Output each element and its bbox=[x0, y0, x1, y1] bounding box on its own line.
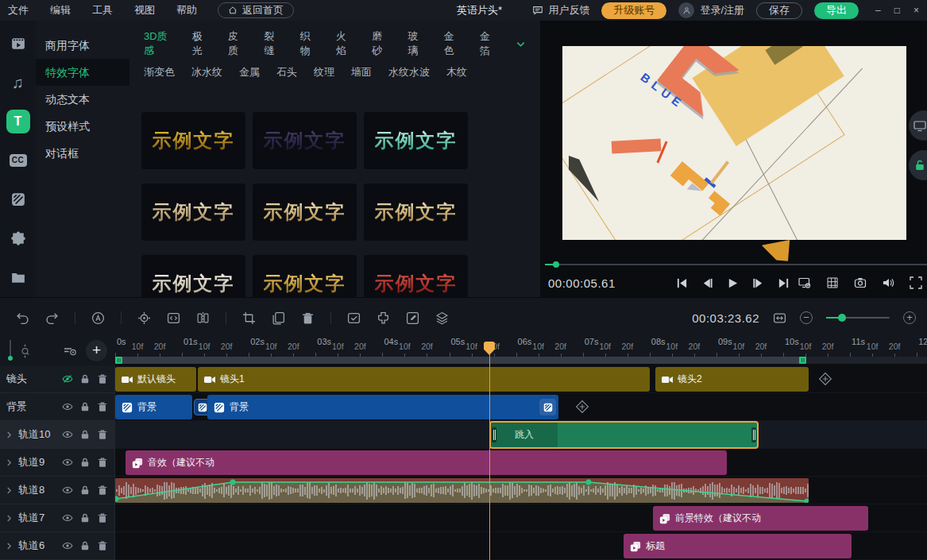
audio-icon[interactable]: ♫ bbox=[0, 63, 36, 102]
track-visibility-toggle[interactable] bbox=[62, 429, 73, 440]
timeline-zoom-slider[interactable] bbox=[826, 317, 890, 319]
track-expand-icon[interactable] bbox=[6, 514, 12, 523]
zoom-scrub-icon[interactable] bbox=[19, 344, 32, 358]
text-style-thumbnail[interactable]: 示例文字 bbox=[253, 255, 357, 297]
text-style-thumbnail[interactable]: 示例文字 bbox=[141, 183, 245, 241]
filter-chip[interactable]: 石头 bbox=[276, 65, 297, 79]
filter-chip[interactable]: 纹理 bbox=[314, 65, 334, 79]
category-item[interactable]: 商用字体 bbox=[36, 32, 129, 59]
track-delete-button[interactable] bbox=[97, 485, 108, 496]
subtitle-icon[interactable]: CC bbox=[0, 141, 36, 180]
playhead[interactable] bbox=[484, 342, 495, 560]
trim-handle-right[interactable] bbox=[751, 427, 756, 442]
filter-chip[interactable]: 金属 bbox=[239, 65, 260, 79]
track-expand-icon[interactable] bbox=[6, 542, 12, 550]
scroll-handle-right[interactable] bbox=[799, 357, 806, 364]
skip-start-button[interactable] bbox=[676, 277, 688, 289]
layers-button[interactable] bbox=[435, 311, 449, 325]
transition-icon[interactable] bbox=[0, 180, 36, 219]
category-item[interactable]: 特效字体 bbox=[36, 59, 129, 86]
clip-camera-default[interactable]: 默认镜头 bbox=[115, 367, 196, 392]
filter-chip[interactable]: 玻璃 bbox=[407, 29, 427, 58]
preview-canvas[interactable]: BLUE bbox=[562, 46, 906, 240]
transition-end-icon[interactable] bbox=[539, 399, 556, 415]
filter-chip[interactable]: 墙面 bbox=[351, 65, 372, 79]
display-settings-icon[interactable] bbox=[798, 276, 811, 289]
track-expand-icon[interactable] bbox=[6, 431, 12, 439]
fit-timeline-button[interactable] bbox=[773, 311, 786, 325]
menu-item[interactable]: 视图 bbox=[134, 3, 155, 17]
split-button[interactable] bbox=[196, 311, 210, 325]
text-style-thumbnail[interactable]: 示例文字 bbox=[364, 255, 468, 297]
zoom-slider-knob[interactable] bbox=[838, 314, 846, 322]
fullscreen-icon[interactable] bbox=[910, 276, 922, 289]
play-button[interactable] bbox=[727, 277, 739, 289]
track-lock-toggle[interactable] bbox=[79, 457, 91, 468]
save-button[interactable]: 保存 bbox=[756, 2, 802, 19]
text-style-thumbnail[interactable]: 示例文字 bbox=[364, 183, 468, 241]
upgrade-account-button[interactable]: 升级账号 bbox=[601, 2, 666, 19]
filter-chip[interactable]: 冰水纹 bbox=[191, 65, 222, 79]
track-delete-button[interactable] bbox=[97, 457, 108, 468]
track-delete-button[interactable] bbox=[97, 373, 108, 384]
track-visibility-toggle[interactable] bbox=[62, 540, 73, 551]
text-style-thumbnail[interactable]: 示例文字 bbox=[364, 112, 468, 169]
clip-background-2[interactable]: 背景 bbox=[207, 395, 558, 419]
maximize-button[interactable]: □ bbox=[894, 5, 900, 16]
track-lock-toggle[interactable] bbox=[79, 512, 91, 523]
track-visibility-toggle[interactable] bbox=[62, 457, 73, 468]
track-lock-toggle[interactable] bbox=[79, 373, 91, 384]
track-lock-toggle[interactable] bbox=[79, 429, 91, 440]
zoom-in-button[interactable]: + bbox=[903, 311, 916, 324]
text-style-thumbnail[interactable]: 示例文字 bbox=[253, 183, 357, 241]
keyframe-button[interactable] bbox=[137, 311, 151, 325]
clip-sound-fx[interactable]: 音效（建议不动 bbox=[126, 450, 727, 475]
seek-handle[interactable] bbox=[553, 261, 559, 268]
filter-chip[interactable]: 渐变色 bbox=[144, 65, 175, 79]
plugin-icon[interactable] bbox=[0, 219, 36, 258]
clip-foreground-fx[interactable]: 前景特效（建议不动 bbox=[653, 506, 868, 531]
media-icon[interactable] bbox=[0, 24, 36, 63]
track-lock-toggle[interactable] bbox=[79, 485, 91, 496]
grid-icon[interactable] bbox=[826, 276, 839, 289]
export-button[interactable]: 导出 bbox=[814, 2, 859, 19]
clip-background-1[interactable]: 背景 bbox=[115, 395, 192, 419]
scroll-handle-left[interactable] bbox=[115, 357, 122, 364]
track-delete-button[interactable] bbox=[97, 512, 108, 523]
category-item[interactable]: 预设样式 bbox=[36, 113, 129, 140]
snapshot-icon[interactable] bbox=[854, 276, 867, 289]
filter-chip[interactable]: 木纹 bbox=[446, 65, 467, 79]
track-visibility-toggle[interactable] bbox=[62, 401, 73, 412]
track-expand-icon[interactable] bbox=[6, 486, 12, 495]
minimize-button[interactable]: – bbox=[875, 5, 881, 16]
track-lock-toggle[interactable] bbox=[79, 540, 91, 551]
next-frame-button[interactable] bbox=[752, 277, 764, 289]
render-preview-button[interactable] bbox=[347, 311, 361, 325]
add-clip-diamond-button[interactable] bbox=[817, 371, 833, 387]
clip-camera-1[interactable]: 镜头1 bbox=[198, 367, 650, 392]
skip-end-button[interactable] bbox=[778, 277, 790, 289]
filter-chip[interactable]: 磨砂 bbox=[372, 29, 391, 58]
track-visibility-manager-icon[interactable] bbox=[64, 345, 77, 357]
filter-chip[interactable]: 水纹水波 bbox=[388, 65, 430, 79]
close-button[interactable]: × bbox=[913, 5, 919, 16]
back-home-button[interactable]: 返回首页 bbox=[218, 2, 294, 18]
track-visibility-toggle[interactable] bbox=[62, 485, 73, 496]
filter-chip[interactable]: 火焰 bbox=[336, 29, 355, 58]
category-item[interactable]: 动态文本 bbox=[36, 86, 129, 113]
track-visibility-toggle[interactable] bbox=[62, 512, 73, 523]
track-delete-button[interactable] bbox=[97, 401, 108, 412]
auto-mark-button[interactable] bbox=[91, 311, 105, 325]
preview-seek-bar[interactable] bbox=[545, 264, 927, 265]
filter-chip[interactable]: 金箔 bbox=[480, 29, 499, 58]
filter-chip[interactable]: 极光 bbox=[192, 29, 211, 58]
volume-icon[interactable] bbox=[882, 276, 894, 289]
track-height-slider[interactable] bbox=[10, 340, 11, 359]
zoom-out-button[interactable]: − bbox=[800, 311, 813, 324]
track-delete-button[interactable] bbox=[97, 429, 108, 440]
filter-chip[interactable]: 3D质感 bbox=[144, 29, 176, 58]
filter-chip[interactable]: 皮质 bbox=[228, 29, 247, 58]
timeline-scrollbar[interactable] bbox=[115, 357, 927, 364]
undo-button[interactable] bbox=[16, 311, 29, 325]
folder-icon[interactable] bbox=[0, 258, 36, 297]
